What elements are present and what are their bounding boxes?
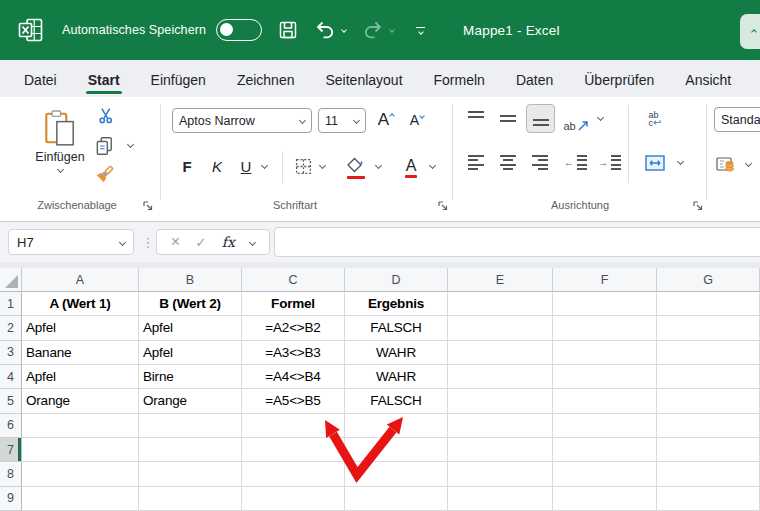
tab-zeichnen[interactable]: Zeichnen bbox=[223, 64, 309, 97]
font-name-select[interactable]: Aptos Narrow bbox=[172, 108, 312, 133]
tab-seitenlayout[interactable]: Seitenlayout bbox=[311, 64, 416, 97]
cell-A4[interactable]: Apfel bbox=[22, 365, 139, 389]
clipboard-dialog-launcher-icon[interactable] bbox=[142, 200, 154, 212]
fill-color-button[interactable] bbox=[342, 151, 370, 181]
tab-formeln[interactable]: Formeln bbox=[420, 64, 499, 97]
cell-G8[interactable] bbox=[657, 462, 760, 486]
tab-einfügen[interactable]: Einfügen bbox=[137, 64, 220, 97]
merge-center-button[interactable] bbox=[640, 148, 670, 177]
borders-dropdown-chevron-icon[interactable] bbox=[319, 162, 326, 169]
cell-D8[interactable] bbox=[345, 462, 448, 486]
formula-input[interactable] bbox=[274, 227, 760, 257]
cell-G1[interactable] bbox=[657, 292, 760, 316]
underline-button[interactable]: U bbox=[234, 153, 258, 180]
autosave-toggle[interactable] bbox=[216, 19, 262, 41]
cell-G7[interactable] bbox=[657, 438, 760, 462]
cell-C6[interactable] bbox=[242, 414, 345, 438]
cell-B8[interactable] bbox=[139, 462, 242, 486]
cell-D4[interactable]: WAHR bbox=[345, 365, 448, 389]
cell-A7[interactable] bbox=[22, 438, 139, 462]
cell-B3[interactable]: Apfel bbox=[139, 341, 242, 365]
align-left-button[interactable] bbox=[462, 149, 490, 176]
cell-F1[interactable] bbox=[553, 292, 657, 316]
decrease-font-size-button[interactable]: A bbox=[404, 107, 430, 133]
cell-D6[interactable] bbox=[345, 414, 448, 438]
column-header-D[interactable]: D bbox=[345, 268, 448, 292]
cell-D7[interactable] bbox=[345, 438, 448, 462]
cell-E8[interactable] bbox=[448, 462, 553, 486]
cell-F8[interactable] bbox=[553, 462, 657, 486]
underline-dropdown-chevron-icon[interactable] bbox=[261, 162, 268, 169]
undo-dropdown-chevron-icon[interactable] bbox=[342, 28, 346, 32]
column-header-E[interactable]: E bbox=[448, 268, 553, 292]
cell-G5[interactable] bbox=[657, 389, 760, 413]
tab-start[interactable]: Start bbox=[74, 64, 134, 97]
cell-C2[interactable]: =A2<>B2 bbox=[242, 316, 345, 340]
row-header-9[interactable]: 9 bbox=[0, 487, 22, 511]
cell-D9[interactable] bbox=[345, 487, 448, 511]
tab-ansicht[interactable]: Ansicht bbox=[671, 64, 745, 97]
fill-color-dropdown-chevron-icon[interactable] bbox=[375, 162, 382, 169]
cell-E7[interactable] bbox=[448, 438, 553, 462]
cell-C9[interactable] bbox=[242, 487, 345, 511]
column-header-G[interactable]: G bbox=[657, 268, 760, 292]
orientation-button[interactable]: ab bbox=[561, 105, 591, 132]
row-header-8[interactable]: 8 bbox=[0, 462, 22, 486]
column-header-A[interactable]: A bbox=[22, 268, 139, 292]
cell-G4[interactable] bbox=[657, 365, 760, 389]
copy-dropdown-chevron-icon[interactable] bbox=[127, 141, 134, 148]
cell-F3[interactable] bbox=[553, 341, 657, 365]
fx-chevron-icon[interactable] bbox=[249, 238, 256, 245]
cell-E5[interactable] bbox=[448, 389, 553, 413]
cell-D1[interactable]: Ergebnis bbox=[345, 292, 448, 316]
cell-G3[interactable] bbox=[657, 341, 760, 365]
save-icon[interactable] bbox=[278, 20, 298, 40]
increase-font-size-button[interactable]: A bbox=[372, 106, 400, 134]
font-size-select[interactable]: 11 bbox=[318, 108, 366, 133]
column-header-F[interactable]: F bbox=[553, 268, 657, 292]
tab-datei[interactable]: Datei bbox=[10, 64, 71, 97]
cell-C1[interactable]: Formel bbox=[242, 292, 345, 316]
cell-C7[interactable] bbox=[242, 438, 345, 462]
cell-C3[interactable]: =A3<>B3 bbox=[242, 341, 345, 365]
accounting-dropdown-chevron-icon[interactable] bbox=[745, 160, 752, 167]
row-header-2[interactable]: 2 bbox=[0, 316, 22, 340]
number-format-select[interactable]: Standa bbox=[714, 107, 760, 132]
alignment-dialog-launcher-icon[interactable] bbox=[692, 200, 704, 212]
insert-function-icon[interactable]: fx bbox=[222, 234, 235, 250]
cell-E1[interactable] bbox=[448, 292, 553, 316]
font-dialog-launcher-icon[interactable] bbox=[437, 200, 449, 212]
cell-D5[interactable]: FALSCH bbox=[345, 389, 448, 413]
align-center-button[interactable] bbox=[494, 149, 522, 176]
cell-B6[interactable] bbox=[139, 414, 242, 438]
cell-B9[interactable] bbox=[139, 487, 242, 511]
cell-C8[interactable] bbox=[242, 462, 345, 486]
cell-F5[interactable] bbox=[553, 389, 657, 413]
font-color-dropdown-chevron-icon[interactable] bbox=[429, 162, 436, 169]
cell-E9[interactable] bbox=[448, 487, 553, 511]
cell-A8[interactable] bbox=[22, 462, 139, 486]
align-bottom-button[interactable] bbox=[526, 104, 555, 133]
cell-E6[interactable] bbox=[448, 414, 553, 438]
row-header-6[interactable]: 6 bbox=[0, 414, 22, 438]
cell-F2[interactable] bbox=[553, 316, 657, 340]
cell-C5[interactable]: =A5<>B5 bbox=[242, 389, 345, 413]
customize-quick-access-icon[interactable] bbox=[416, 27, 425, 34]
cell-G6[interactable] bbox=[657, 414, 760, 438]
cell-B2[interactable]: Apfel bbox=[139, 316, 242, 340]
align-right-button[interactable] bbox=[526, 149, 554, 176]
cancel-icon[interactable]: × bbox=[171, 233, 180, 251]
bold-button[interactable]: F bbox=[174, 153, 200, 180]
wrap-text-button[interactable]: ab c↩ bbox=[640, 104, 670, 133]
paste-button[interactable]: Einfügen bbox=[28, 103, 92, 179]
merge-dropdown-chevron-icon[interactable] bbox=[677, 158, 684, 165]
undo-icon[interactable] bbox=[314, 20, 336, 40]
enter-check-icon[interactable]: ✓ bbox=[195, 235, 206, 250]
cell-F9[interactable] bbox=[553, 487, 657, 511]
titlebar-edge-button[interactable] bbox=[740, 14, 760, 49]
select-all-corner[interactable] bbox=[0, 268, 22, 292]
tab-daten[interactable]: Daten bbox=[502, 64, 567, 97]
cell-F7[interactable] bbox=[553, 438, 657, 462]
orientation-dropdown-chevron-icon[interactable] bbox=[597, 114, 604, 121]
font-color-button[interactable]: A bbox=[398, 151, 424, 181]
